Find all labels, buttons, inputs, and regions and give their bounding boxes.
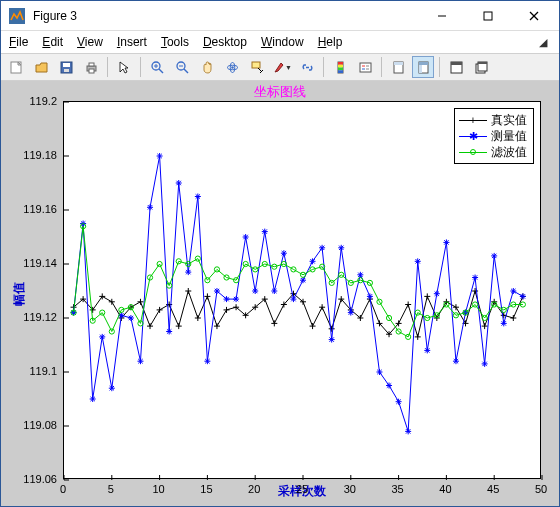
rotate3d-button[interactable]	[221, 56, 243, 78]
menu-file[interactable]: File	[9, 35, 28, 49]
brush-button[interactable]: ▼	[271, 56, 293, 78]
svg-rect-36	[394, 62, 403, 65]
x-tick-label: 40	[439, 483, 451, 495]
svg-rect-38	[419, 62, 428, 65]
legend-label: 真实值	[491, 112, 527, 129]
menu-desktop[interactable]: Desktop	[203, 35, 247, 49]
y-tick-label: 119.18	[7, 149, 57, 161]
y-tick-label: 119.14	[7, 257, 57, 269]
figure-canvas[interactable]: 坐标图线 幅值 采样次数 +真实值✱测量值滤波值 119.06119.08119…	[1, 81, 559, 506]
toolbar-separator	[439, 57, 440, 77]
toolbar-separator	[107, 57, 108, 77]
menu-insert[interactable]: Insert	[117, 35, 147, 49]
svg-rect-7	[63, 63, 70, 67]
legend-button[interactable]	[354, 56, 376, 78]
menubar: File Edit View Insert Tools Desktop Wind…	[1, 31, 559, 53]
toolbar-separator	[381, 57, 382, 77]
svg-rect-8	[64, 69, 69, 72]
svg-rect-10	[89, 63, 94, 66]
y-tick-label: 119.08	[7, 419, 57, 431]
x-tick-label: 0	[60, 483, 66, 495]
svg-rect-27	[338, 64, 343, 67]
close-button[interactable]	[511, 1, 557, 30]
svg-rect-11	[89, 69, 94, 73]
svg-line-13	[159, 69, 163, 73]
y-tick-label: 119.12	[7, 311, 57, 323]
svg-rect-29	[338, 70, 343, 73]
y-tick-label: 119.1	[7, 365, 57, 377]
chart-title: 坐标图线	[1, 83, 559, 101]
chevron-down-icon: ▼	[285, 64, 292, 71]
window-controls	[419, 1, 557, 30]
zoom-in-button[interactable]	[146, 56, 168, 78]
zoom-out-button[interactable]	[171, 56, 193, 78]
svg-rect-39	[419, 65, 422, 73]
y-axis-label: 幅值	[11, 282, 28, 306]
undock-button[interactable]	[470, 56, 492, 78]
minimize-button[interactable]	[419, 1, 465, 30]
open-button[interactable]	[30, 56, 52, 78]
datacursor-button[interactable]	[246, 56, 268, 78]
window-title: Figure 3	[33, 9, 419, 23]
toolbar-separator	[140, 57, 141, 77]
x-tick-label: 45	[487, 483, 499, 495]
app-icon	[7, 6, 27, 26]
colorbar-button[interactable]	[329, 56, 351, 78]
svg-rect-22	[252, 62, 260, 68]
x-tick-label: 35	[391, 483, 403, 495]
y-tick-label: 119.06	[7, 473, 57, 485]
svg-rect-28	[338, 67, 343, 70]
svg-point-21	[231, 66, 233, 68]
legend[interactable]: +真实值✱测量值滤波值	[454, 108, 534, 164]
legend-swatch: ✱	[459, 129, 487, 143]
svg-rect-26	[338, 62, 343, 65]
x-tick-label: 50	[535, 483, 547, 495]
legend-swatch: +	[459, 113, 487, 127]
x-tick-label: 15	[200, 483, 212, 495]
menu-help[interactable]: Help	[318, 35, 343, 49]
legend-entry[interactable]: ✱测量值	[459, 128, 527, 144]
hide-tools-button[interactable]	[387, 56, 409, 78]
toolbar-separator	[323, 57, 324, 77]
menu-view[interactable]: View	[77, 35, 103, 49]
legend-entry[interactable]: +真实值	[459, 112, 527, 128]
svg-rect-30	[360, 63, 371, 72]
pan-button[interactable]	[196, 56, 218, 78]
print-button[interactable]	[80, 56, 102, 78]
y-tick-label: 119.2	[7, 95, 57, 107]
svg-line-17	[184, 69, 188, 73]
menu-tools[interactable]: Tools	[161, 35, 189, 49]
svg-rect-41	[451, 62, 462, 65]
x-tick-label: 30	[344, 483, 356, 495]
x-tick-label: 20	[248, 483, 260, 495]
axes[interactable]: +真实值✱测量值滤波值	[63, 101, 541, 479]
menu-overflow-icon[interactable]: ◢	[539, 36, 551, 49]
new-figure-button[interactable]	[5, 56, 27, 78]
x-tick-label: 5	[108, 483, 114, 495]
dock-button[interactable]	[445, 56, 467, 78]
svg-rect-0	[9, 8, 25, 24]
toolbar: ▼	[1, 53, 559, 81]
maximize-button[interactable]	[465, 1, 511, 30]
legend-swatch	[459, 145, 487, 159]
x-tick-label: 25	[296, 483, 308, 495]
x-tick-label: 10	[152, 483, 164, 495]
svg-rect-2	[484, 12, 492, 20]
link-button[interactable]	[296, 56, 318, 78]
legend-label: 测量值	[491, 128, 527, 145]
y-tick-label: 119.16	[7, 203, 57, 215]
svg-rect-44	[478, 62, 487, 64]
legend-label: 滤波值	[491, 144, 527, 161]
legend-entry[interactable]: 滤波值	[459, 144, 527, 160]
figure-window: Figure 3 File Edit View Insert Tools Des…	[0, 0, 560, 507]
pointer-button[interactable]	[113, 56, 135, 78]
menu-window[interactable]: Window	[261, 35, 304, 49]
menu-edit[interactable]: Edit	[42, 35, 63, 49]
titlebar: Figure 3	[1, 1, 559, 31]
show-tools-button[interactable]	[412, 56, 434, 78]
save-button[interactable]	[55, 56, 77, 78]
